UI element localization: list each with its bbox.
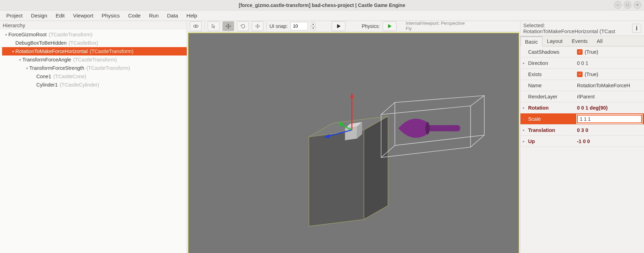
menu-physics[interactable]: Physics [98,11,123,20]
physics-play-button[interactable] [383,21,397,31]
prop-value[interactable]: rlParent [575,94,644,99]
menu-help[interactable]: Help [183,11,201,20]
spinner-up[interactable]: ▲ [311,22,316,26]
checkbox-icon[interactable]: ✓ [577,49,583,55]
prop-Name[interactable]: NameRotationToMakeForceH [520,80,644,91]
checkbox-icon[interactable]: ✓ [577,72,583,77]
tree-node-DebugBoxToBeHidden[interactable]: DebugBoxToBeHidden(TCastleBox) [2,39,187,47]
ui-snap-input[interactable] [290,22,308,30]
prop-Scale[interactable]: ▸Scale [520,113,644,125]
menu-viewport[interactable]: Viewport [69,11,97,20]
tree-node-name: TransformForceAngle [22,57,71,62]
selected-value: RotationToMakeForceHorizontal (TCast [523,28,615,34]
prop-expander-icon[interactable]: ▸ [520,61,527,65]
prop-value[interactable] [575,115,644,123]
spinner-down[interactable]: ▼ [311,26,316,30]
expander-icon[interactable]: ▾ [3,33,8,37]
menu-run[interactable]: Run [146,11,162,20]
scale-icon [254,23,261,29]
tab-layout[interactable]: Layout [542,36,567,46]
rotate-tool-button[interactable] [237,21,249,31]
viewport-3d[interactable] [188,32,519,253]
prop-value[interactable]: 0 0 1 [575,60,644,66]
expander-icon[interactable]: ▾ [17,58,22,62]
hierarchy-title: Hierarchy [0,21,187,30]
tree-node-type: (TCastleBox) [69,40,98,46]
prop-value[interactable]: 0 3 0 [575,127,644,133]
scale-tool-button[interactable] [252,21,264,31]
play-icon [335,23,342,30]
menu-data[interactable]: Data [163,11,182,20]
svg-line-12 [471,135,484,147]
tree-node-RotationToMakeForceHorizontal[interactable]: ▾RotationToMakeForceHorizontal(TCastleTr… [2,47,187,55]
minimize-button[interactable]: – [614,1,622,9]
eye-icon [193,23,199,29]
play-button[interactable] [332,21,346,31]
tree-node-Cylinder1[interactable]: Cylinder1(TCastleCylinder) [2,81,187,89]
prop-Up[interactable]: ▸Up-1 0 0 [520,136,644,147]
select-tool-button[interactable] [208,21,220,31]
prop-Exists[interactable]: Exists✓(True) [520,69,644,80]
svg-marker-2 [309,130,364,226]
tab-events[interactable]: Events [567,36,592,46]
selected-label: Selected: [523,22,615,28]
prop-Rotation[interactable]: ▸Rotation0 0 1 deg(90) [520,102,644,113]
prop-Translation[interactable]: ▸Translation0 3 0 [520,125,644,136]
prop-expander-icon[interactable]: ▸ [520,128,527,132]
tree-node-name: RotationToMakeForceHorizontal [15,49,88,54]
expander-icon[interactable]: ▾ [10,50,15,53]
ui-snap-spinner: ▲ ▼ [311,22,316,30]
svg-marker-17 [350,93,354,98]
hierarchy-tree[interactable]: ▾ForceGizmoRoot(TCastleTransform)DebugBo… [0,30,187,253]
tree-node-TransformForceStrength[interactable]: ▾TransformForceStrength(TCastleTransform… [2,64,187,72]
property-tabs: BasicLayoutEventsAll [520,36,644,46]
menu-edit[interactable]: Edit [52,11,68,20]
tree-node-type: (TCastleTransform) [49,32,92,37]
tab-basic[interactable]: Basic [520,36,542,46]
property-grid[interactable]: CastShadows✓(True)▸Direction0 0 1Exists✓… [520,46,644,253]
prop-expander-icon[interactable]: ▸ [520,106,527,110]
prop-RenderLayer[interactable]: RenderLayerrlParent [520,91,644,102]
prop-Direction[interactable]: ▸Direction0 0 1 [520,58,644,69]
tree-node-type: (TCastleTransform) [73,57,117,62]
info-icon: i [636,25,637,32]
prop-CastShadows[interactable]: CastShadows✓(True) [520,46,644,58]
ui-snap-label: UI snap: [269,23,288,29]
tree-node-TransformForceAngle[interactable]: ▾TransformForceAngle(TCastleTransform) [2,55,187,64]
prop-expander-icon[interactable]: ▸ [520,139,527,143]
prop-input[interactable] [577,115,642,123]
prop-value[interactable]: RotationToMakeForceH [575,83,644,88]
svg-point-15 [425,122,430,134]
move-tool-button[interactable] [222,21,234,31]
maximize-button[interactable]: □ [624,1,631,9]
menu-project[interactable]: Project [3,11,26,20]
viewport-info-line2: Fly [406,26,465,31]
close-button[interactable]: × [634,1,641,9]
prop-value[interactable]: 0 0 1 deg(90) [575,105,644,111]
center-panel: UI snap: ▲ ▼ Physics: InternalViewport: … [187,21,520,253]
tab-all[interactable]: All [592,36,607,46]
tree-node-name: Cone1 [36,74,51,79]
prop-value[interactable]: -1 0 0 [575,139,644,144]
info-button[interactable]: i [632,24,641,33]
tree-node-Cone1[interactable]: Cone1(TCastleCone) [2,72,187,81]
move-icon [225,23,231,29]
cursor-icon [210,23,217,29]
tree-node-name: Cylinder1 [36,82,58,88]
svg-line-11 [471,96,484,106]
tree-node-ForceGizmoRoot[interactable]: ▾ForceGizmoRoot(TCastleTransform) [2,30,187,39]
window-buttons: – □ × [614,1,641,9]
expander-icon[interactable]: ▾ [24,66,29,70]
window-title: [force_gizmo.castle-transform] bad-chess… [239,2,405,8]
svg-marker-4 [364,116,388,219]
menu-code[interactable]: Code [125,11,144,20]
prop-name: Rotation [527,105,575,111]
preview-toggle-button[interactable] [190,21,202,31]
prop-expander-icon[interactable]: ▸ [520,117,527,121]
menu-design[interactable]: Design [28,11,51,20]
prop-name: Exists [527,72,575,77]
prop-value[interactable]: ✓(True) [575,49,644,55]
rotate-icon [240,23,246,29]
prop-value[interactable]: ✓(True) [575,72,644,77]
prop-name: Translation [527,127,575,133]
